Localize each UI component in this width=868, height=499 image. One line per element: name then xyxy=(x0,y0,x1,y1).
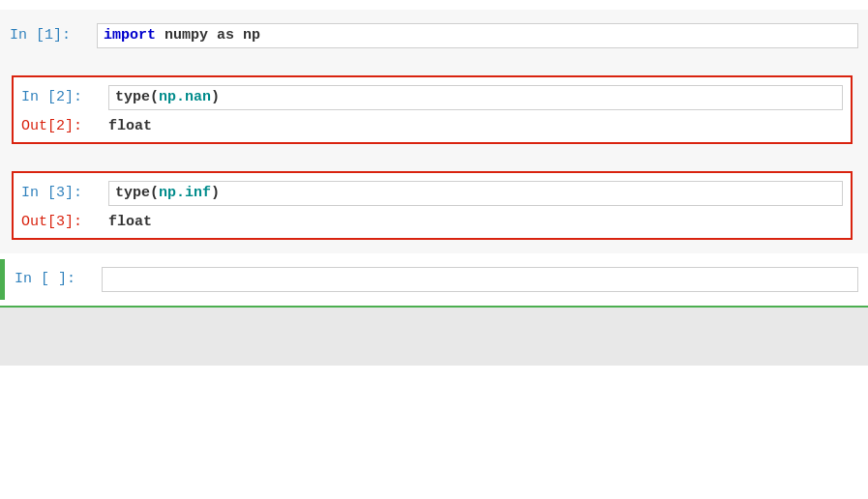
cell-2-code: type(np.nan) xyxy=(115,89,220,105)
cell-4-in-label: In [ ]: xyxy=(15,271,102,287)
cell-3[interactable]: In [3]: type(np.inf) Out[3]: float xyxy=(12,171,853,240)
cell-3-in-label: In [3]: xyxy=(21,185,108,201)
cell-3-code: type(np.inf) xyxy=(115,185,220,201)
cell-2[interactable]: In [2]: type(np.nan) Out[2]: float xyxy=(12,75,853,144)
cell-3-in-row: In [3]: type(np.inf) xyxy=(14,173,851,210)
cell-2-input[interactable]: type(np.nan) xyxy=(108,85,843,110)
cell-4-outer[interactable]: In [ ]: xyxy=(0,253,868,308)
notebook: In [1]: import numpy as np In [2]: type(… xyxy=(0,0,868,499)
cell-3-output: float xyxy=(108,214,152,230)
cell-2-out-row: Out[2]: float xyxy=(14,114,851,142)
cell-3-outer: In [3]: type(np.inf) Out[3]: float xyxy=(0,158,868,253)
cell-2-in-label: In [2]: xyxy=(21,89,108,105)
cell-2-in-row: In [2]: type(np.nan) xyxy=(14,77,851,114)
cell-3-input[interactable]: type(np.inf) xyxy=(108,181,843,206)
cell-1[interactable]: In [1]: import numpy as np xyxy=(0,10,868,62)
footer-area xyxy=(0,308,868,366)
cell-4-input[interactable] xyxy=(102,267,858,292)
cell-3-out-label: Out[3]: xyxy=(21,214,108,230)
cell-2-output: float xyxy=(108,118,152,134)
cell-2-out-label: Out[2]: xyxy=(21,118,108,134)
cell-1-in-label: In [1]: xyxy=(10,27,97,44)
cell-3-out-row: Out[3]: float xyxy=(14,210,851,238)
cell-1-code: import numpy as np xyxy=(104,27,260,44)
cell-2-outer: In [2]: type(np.nan) Out[2]: float xyxy=(0,62,868,158)
cell-1-input[interactable]: import numpy as np xyxy=(97,23,858,48)
cell-4-row: In [ ]: xyxy=(5,259,868,300)
